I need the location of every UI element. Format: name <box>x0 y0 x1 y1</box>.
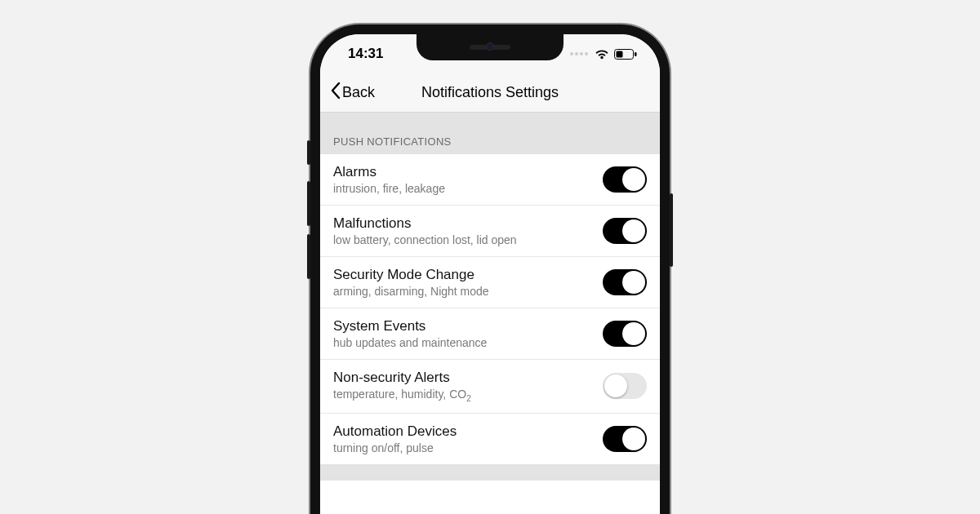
settings-list: Alarmsintrusion, fire, leakageMalfunctio… <box>320 154 660 464</box>
row-text: Alarmsintrusion, fire, leakage <box>333 164 603 195</box>
row-text: Non-security Alertstemperature, humidity… <box>333 370 603 403</box>
cellular-dots-icon <box>570 52 588 55</box>
front-camera <box>486 42 494 51</box>
row-text: System Eventshub updates and maintenance <box>333 318 603 349</box>
side-button-silence <box>307 140 310 165</box>
toggle-switch[interactable] <box>603 166 647 193</box>
row-title: Non-security Alerts <box>333 370 593 386</box>
row-subtitle: arming, disarming, Night mode <box>333 285 593 298</box>
section-header: PUSH NOTIFICATIONS <box>320 113 660 154</box>
setting-row: System Eventshub updates and maintenance <box>320 308 660 360</box>
toggle-knob <box>622 322 645 345</box>
row-subtitle: temperature, humidity, CO2 <box>333 388 593 403</box>
toggle-knob <box>622 271 645 294</box>
status-time: 14:31 <box>348 46 383 62</box>
setting-row: Malfunctionslow battery, connection lost… <box>320 206 660 257</box>
setting-row: Automation Devicesturning on/off, pulse <box>320 414 660 464</box>
toggle-knob <box>622 219 645 242</box>
toggle-knob <box>604 374 627 397</box>
back-label: Back <box>342 84 375 101</box>
setting-row: Alarmsintrusion, fire, leakage <box>320 154 660 206</box>
row-subtitle: hub updates and maintenance <box>333 336 593 349</box>
phone-frame: 14:31 <box>310 24 670 514</box>
side-button-volume-up <box>307 181 310 226</box>
side-button-volume-down <box>307 234 310 279</box>
chevron-left-icon <box>330 82 341 104</box>
setting-row: Non-security Alertstemperature, humidity… <box>320 360 660 414</box>
row-text: Malfunctionslow battery, connection lost… <box>333 215 603 246</box>
setting-row: Security Mode Changearming, disarming, N… <box>320 257 660 308</box>
toggle-switch[interactable] <box>603 373 647 399</box>
row-title: System Events <box>333 318 593 335</box>
row-subtitle: turning on/off, pulse <box>333 441 593 454</box>
nav-bar: Back Notifications Settings <box>320 73 660 113</box>
row-title: Automation Devices <box>333 423 593 440</box>
screen: 14:31 <box>320 34 660 514</box>
toggle-knob <box>622 168 645 191</box>
notch <box>416 34 564 60</box>
row-subtitle: intrusion, fire, leakage <box>333 182 593 195</box>
toggle-knob <box>622 428 645 450</box>
svg-rect-1 <box>617 51 623 57</box>
row-subtitle: low battery, connection lost, lid open <box>333 233 593 246</box>
toggle-switch[interactable] <box>603 321 647 347</box>
toggle-switch[interactable] <box>603 218 647 244</box>
battery-icon <box>614 49 637 60</box>
row-text: Security Mode Changearming, disarming, N… <box>333 267 603 298</box>
side-button-power <box>670 193 673 267</box>
row-title: Malfunctions <box>333 215 593 232</box>
section-footer <box>320 464 660 481</box>
status-right <box>570 49 637 60</box>
row-title: Alarms <box>333 164 593 180</box>
wifi-icon <box>595 49 609 60</box>
row-text: Automation Devicesturning on/off, pulse <box>333 423 603 454</box>
row-title: Security Mode Change <box>333 267 593 283</box>
toggle-switch[interactable] <box>603 269 647 295</box>
svg-rect-2 <box>635 52 637 56</box>
back-button[interactable]: Back <box>330 82 375 104</box>
toggle-switch[interactable] <box>603 426 647 452</box>
